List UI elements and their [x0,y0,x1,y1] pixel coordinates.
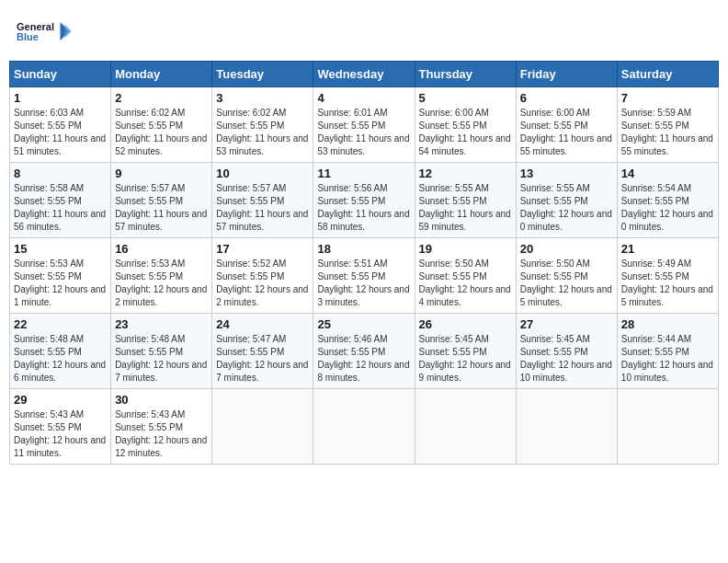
day-number: 30 [115,393,208,407]
day-info: Sunrise: 5:52 AMSunset: 5:55 PMDaylight:… [216,258,309,309]
day-info: Sunrise: 5:46 AMSunset: 5:55 PMDaylight:… [317,333,410,385]
calendar-table: SundayMondayTuesdayWednesdayThursdayFrid… [9,61,719,465]
calendar-cell: 17Sunrise: 5:52 AMSunset: 5:55 PMDayligh… [212,238,313,314]
day-info: Sunrise: 5:55 AMSunset: 5:55 PMDaylight:… [520,182,613,234]
calendar-cell: 13Sunrise: 5:55 AMSunset: 5:55 PMDayligh… [516,163,617,238]
day-number: 26 [419,317,512,331]
day-info: Sunrise: 5:45 AMSunset: 5:55 PMDaylight:… [520,333,613,385]
day-info: Sunrise: 6:01 AMSunset: 5:55 PMDaylight:… [317,107,410,158]
calendar-cell: 1Sunrise: 6:03 AMSunset: 5:55 PMDaylight… [10,87,111,163]
logo: General Blue [17,13,72,50]
day-number: 11 [317,167,410,180]
day-number: 9 [115,167,208,180]
day-info: Sunrise: 5:50 AMSunset: 5:55 PMDaylight:… [419,258,512,309]
day-number: 1 [14,91,107,105]
week-row-4: 22Sunrise: 5:48 AMSunset: 5:55 PMDayligh… [10,314,719,389]
header-wednesday: Wednesday [313,62,415,87]
day-number: 5 [419,91,512,105]
day-info: Sunrise: 5:47 AMSunset: 5:55 PMDaylight:… [216,333,309,385]
header-monday: Monday [111,62,212,87]
day-number: 23 [115,317,208,331]
header-tuesday: Tuesday [212,62,313,87]
day-info: Sunrise: 5:54 AMSunset: 5:55 PMDaylight:… [621,182,714,234]
day-number: 20 [520,242,613,256]
calendar-cell: 2Sunrise: 6:02 AMSunset: 5:55 PMDaylight… [111,87,212,163]
day-info: Sunrise: 6:00 AMSunset: 5:55 PMDaylight:… [520,107,613,158]
week-row-1: 1Sunrise: 6:03 AMSunset: 5:55 PMDaylight… [10,87,719,163]
calendar-cell: 24Sunrise: 5:47 AMSunset: 5:55 PMDayligh… [212,314,313,389]
calendar-cell: 16Sunrise: 5:53 AMSunset: 5:55 PMDayligh… [111,238,212,314]
day-info: Sunrise: 5:43 AMSunset: 5:55 PMDaylight:… [115,408,208,460]
day-number: 15 [14,242,107,256]
day-info: Sunrise: 5:53 AMSunset: 5:55 PMDaylight:… [115,258,208,309]
calendar-cell: 23Sunrise: 5:48 AMSunset: 5:55 PMDayligh… [111,314,212,389]
day-number: 21 [621,242,714,256]
day-number: 16 [115,242,208,256]
day-info: Sunrise: 5:53 AMSunset: 5:55 PMDaylight:… [14,258,107,309]
week-row-5: 29Sunrise: 5:43 AMSunset: 5:55 PMDayligh… [10,389,719,465]
calendar-cell: 3Sunrise: 6:02 AMSunset: 5:55 PMDaylight… [212,87,313,163]
day-info: Sunrise: 5:48 AMSunset: 5:55 PMDaylight:… [14,333,107,385]
day-info: Sunrise: 5:49 AMSunset: 5:55 PMDaylight:… [621,258,714,309]
week-row-2: 8Sunrise: 5:58 AMSunset: 5:55 PMDaylight… [10,163,719,238]
calendar-cell: 7Sunrise: 5:59 AMSunset: 5:55 PMDaylight… [617,87,718,163]
day-number: 24 [216,317,309,331]
day-number: 18 [317,242,410,256]
day-info: Sunrise: 5:59 AMSunset: 5:55 PMDaylight:… [621,107,714,158]
calendar-cell: 10Sunrise: 5:57 AMSunset: 5:55 PMDayligh… [212,163,313,238]
day-info: Sunrise: 5:57 AMSunset: 5:55 PMDaylight:… [115,182,208,234]
day-number: 19 [419,242,512,256]
day-info: Sunrise: 6:02 AMSunset: 5:55 PMDaylight:… [216,107,309,158]
calendar-cell: 18Sunrise: 5:51 AMSunset: 5:55 PMDayligh… [313,238,415,314]
day-number: 7 [621,91,714,105]
day-number: 14 [621,167,714,180]
day-info: Sunrise: 5:55 AMSunset: 5:55 PMDaylight:… [419,182,512,234]
calendar-cell: 22Sunrise: 5:48 AMSunset: 5:55 PMDayligh… [10,314,111,389]
calendar-cell [617,389,718,465]
calendar-cell: 21Sunrise: 5:49 AMSunset: 5:55 PMDayligh… [617,238,718,314]
calendar-header-row: SundayMondayTuesdayWednesdayThursdayFrid… [10,62,719,87]
week-row-3: 15Sunrise: 5:53 AMSunset: 5:55 PMDayligh… [10,238,719,314]
day-number: 13 [520,167,613,180]
day-info: Sunrise: 6:03 AMSunset: 5:55 PMDaylight:… [14,107,107,158]
calendar-cell: 6Sunrise: 6:00 AMSunset: 5:55 PMDaylight… [516,87,617,163]
calendar-cell: 8Sunrise: 5:58 AMSunset: 5:55 PMDaylight… [10,163,111,238]
calendar-cell [415,389,516,465]
calendar-cell: 26Sunrise: 5:45 AMSunset: 5:55 PMDayligh… [415,314,516,389]
calendar-cell: 9Sunrise: 5:57 AMSunset: 5:55 PMDaylight… [111,163,212,238]
day-info: Sunrise: 5:44 AMSunset: 5:55 PMDaylight:… [621,333,714,385]
day-number: 17 [216,242,309,256]
day-info: Sunrise: 5:50 AMSunset: 5:55 PMDaylight:… [520,258,613,309]
day-number: 22 [14,317,107,331]
day-number: 12 [419,167,512,180]
calendar-cell: 5Sunrise: 6:00 AMSunset: 5:55 PMDaylight… [415,87,516,163]
day-number: 27 [520,317,613,331]
page-header: General Blue [9,9,719,53]
header-thursday: Thursday [415,62,516,87]
day-number: 25 [317,317,410,331]
calendar-cell: 25Sunrise: 5:46 AMSunset: 5:55 PMDayligh… [313,314,415,389]
calendar-cell: 28Sunrise: 5:44 AMSunset: 5:55 PMDayligh… [617,314,718,389]
day-info: Sunrise: 5:43 AMSunset: 5:55 PMDaylight:… [14,408,107,460]
svg-text:Blue: Blue [17,31,39,42]
svg-marker-3 [65,25,73,39]
header-friday: Friday [516,62,617,87]
calendar-cell: 29Sunrise: 5:43 AMSunset: 5:55 PMDayligh… [10,389,111,465]
day-info: Sunrise: 5:58 AMSunset: 5:55 PMDaylight:… [14,182,107,234]
day-info: Sunrise: 5:45 AMSunset: 5:55 PMDaylight:… [419,333,512,385]
day-number: 28 [621,317,714,331]
calendar-cell: 20Sunrise: 5:50 AMSunset: 5:55 PMDayligh… [516,238,617,314]
calendar-cell: 12Sunrise: 5:55 AMSunset: 5:55 PMDayligh… [415,163,516,238]
day-info: Sunrise: 5:57 AMSunset: 5:55 PMDaylight:… [216,182,309,234]
day-number: 4 [317,91,410,105]
calendar-cell: 4Sunrise: 6:01 AMSunset: 5:55 PMDaylight… [313,87,415,163]
day-info: Sunrise: 6:00 AMSunset: 5:55 PMDaylight:… [419,107,512,158]
header-saturday: Saturday [617,62,718,87]
calendar-cell [516,389,617,465]
calendar-cell: 14Sunrise: 5:54 AMSunset: 5:55 PMDayligh… [617,163,718,238]
calendar-cell [313,389,415,465]
day-number: 8 [14,167,107,180]
day-number: 29 [14,393,107,407]
day-info: Sunrise: 5:48 AMSunset: 5:55 PMDaylight:… [115,333,208,385]
calendar-cell: 19Sunrise: 5:50 AMSunset: 5:55 PMDayligh… [415,238,516,314]
